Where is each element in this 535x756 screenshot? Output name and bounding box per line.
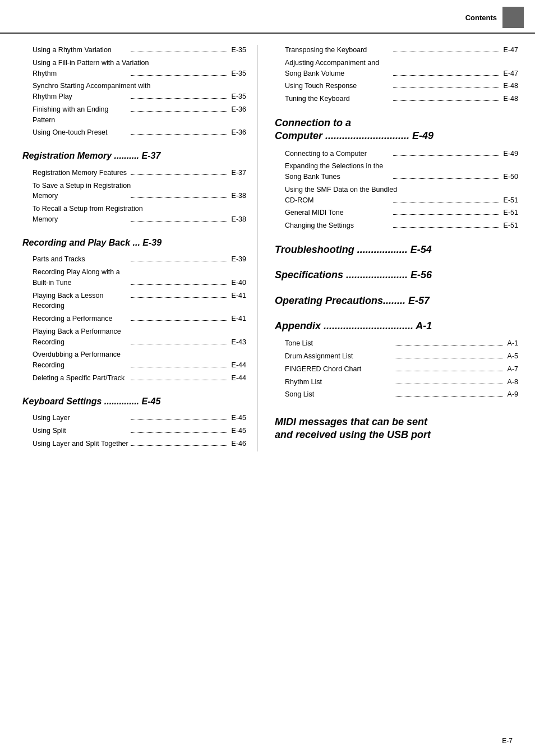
- list-item: Transposing the Keyboard E-47: [285, 45, 518, 56]
- list-item: Using a Fill-in Pattern with a Variation…: [33, 58, 246, 79]
- section-keyboard-settings: Keyboard Settings .............. E-45: [22, 396, 246, 408]
- list-item: Tuning the Keyboard E-48: [285, 94, 518, 104]
- list-item: Using One-touch Preset E-36: [33, 127, 246, 138]
- list-item: Connecting to a Computer E-49: [285, 149, 518, 159]
- list-item: Rhythm List A-8: [285, 377, 518, 388]
- header-decoration: [502, 7, 524, 28]
- section-specifications: Specifications ...................... E-…: [275, 269, 518, 282]
- section-registration-memory: Registration Memory .......... E-37: [22, 150, 246, 162]
- recording-playback-entries: Parts and Tracks E-39 Recording Play Alo…: [22, 254, 246, 383]
- keyboard-settings-entries: Using Layer E-45 Using Split E-45 Using …: [22, 413, 246, 449]
- content-area: Using a Rhythm Variation E-35 Using a Fi…: [0, 34, 535, 468]
- registration-memory-entries: Registration Memory Features E-37 To Sav…: [22, 168, 246, 225]
- appendix-entries: Tone List A-1 Drum Assignment List A-5 F…: [275, 338, 518, 400]
- list-item: Using Split E-45: [33, 426, 246, 436]
- list-item: Playing Back a Performance Recording E-4…: [33, 326, 246, 348]
- section-recording-playback: Recording and Play Back ... E-39: [22, 237, 246, 249]
- list-item: Using Layer and Split Together E-46: [33, 439, 246, 449]
- page-number: E-7: [502, 737, 513, 745]
- page-footer: E-7: [502, 737, 513, 745]
- list-item: Changing the Settings E-51: [285, 220, 518, 231]
- list-item: Deleting a Specific Part/Track E-44: [33, 373, 246, 384]
- section-midi-messages: MIDI messages that can be sentand receiv…: [275, 416, 518, 442]
- section-connection-computer: Connection to aComputer ................…: [275, 117, 518, 143]
- list-item: Expanding the Selections in the Song Ban…: [285, 161, 518, 182]
- list-item: Adjusting Accompaniment and Song Bank Vo…: [285, 58, 518, 79]
- list-item: Tone List A-1: [285, 338, 518, 349]
- list-item: Song List A-9: [285, 389, 518, 400]
- list-item: Synchro Starting Accompaniment with Rhyt…: [33, 81, 246, 102]
- list-item: Using a Rhythm Variation E-35: [33, 45, 246, 56]
- list-item: Drum Assignment List A-5: [285, 351, 518, 362]
- header-title: Contents: [465, 13, 497, 22]
- list-item: Finishing with an Ending Pattern E-36: [33, 104, 246, 126]
- right-column: Transposing the Keyboard E-47 Adjusting …: [258, 45, 535, 451]
- left-column: Using a Rhythm Variation E-35 Using a Fi…: [0, 45, 258, 451]
- list-item: Using the SMF Data on the Bundled CD-ROM…: [285, 185, 518, 206]
- connection-computer-entries: Connecting to a Computer E-49 Expanding …: [275, 149, 518, 231]
- list-item: Overdubbing a Performance Recording E-44: [33, 349, 246, 371]
- list-item: To Save a Setup in Registration Memory E…: [33, 181, 246, 202]
- list-item: Parts and Tracks E-39: [33, 254, 246, 265]
- top-entries-left: Using a Rhythm Variation E-35 Using a Fi…: [22, 45, 246, 138]
- section-troubleshooting: Troubleshooting .................. E-54: [275, 243, 518, 256]
- list-item: Registration Memory Features E-37: [33, 168, 246, 178]
- top-entries-right: Transposing the Keyboard E-47 Adjusting …: [275, 45, 518, 104]
- list-item: Using Touch Response E-48: [285, 81, 518, 91]
- page-header: Contents: [0, 0, 535, 34]
- list-item: FINGERED Chord Chart A-7: [285, 364, 518, 375]
- section-appendix: Appendix ...............................…: [275, 320, 518, 333]
- section-operating-precautions: Operating Precautions........ E-57: [275, 294, 518, 307]
- list-item: Playing Back a Lesson Recording E-41: [33, 291, 246, 312]
- list-item: To Recall a Setup from Registration Memo…: [33, 204, 246, 225]
- list-item: Recording Play Along with a Built-in Tun…: [33, 267, 246, 288]
- list-item: Using Layer E-45: [33, 413, 246, 423]
- list-item: General MIDI Tone E-51: [285, 208, 518, 218]
- list-item: Recording a Performance E-41: [33, 314, 246, 324]
